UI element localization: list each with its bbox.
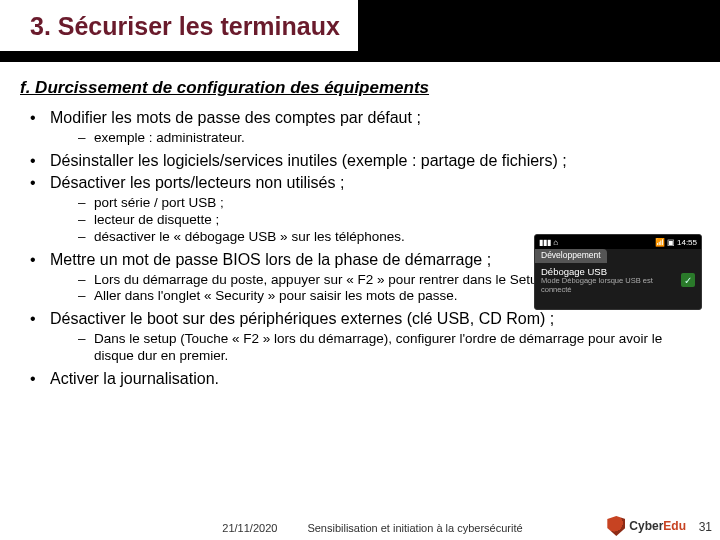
sub-item: Dans le setup (Touche « F2 » lors du dém…	[78, 331, 700, 365]
bullet-text: Désactiver le boot sur des périphériques…	[50, 310, 554, 327]
slide-title: 3. Sécuriser les terminaux	[30, 12, 340, 41]
phone-screenshot: ▮▮▮ ⌂ 📶 ▣ 14:55 Développement Débogage U…	[534, 234, 702, 310]
sub-list: Dans le setup (Touche « F2 » lors du dém…	[50, 331, 700, 365]
phone-setting-sub: Mode Débogage lorsque USB est connecté	[541, 277, 681, 294]
bullet-text: Modifier les mots de passe des comptes p…	[50, 109, 421, 126]
sub-list: exemple : administrateur.	[50, 130, 700, 147]
footer-date: 21/11/2020	[197, 522, 277, 534]
bullet-item: Désinstaller les logiciels/services inut…	[28, 151, 700, 171]
shield-icon	[607, 516, 625, 536]
title-box: 3. Sécuriser les terminaux	[0, 0, 358, 51]
checkbox-icon: ✓	[681, 273, 695, 287]
bullet-text: Désactiver les ports/lecteurs non utilis…	[50, 174, 344, 191]
cyberedu-logo: CyberEdu	[607, 516, 686, 536]
page-number: 31	[699, 520, 712, 534]
footer-caption: Sensibilisation et initiation à la cyber…	[307, 522, 522, 534]
phone-setting-row: Débogage USB Mode Débogage lorsque USB e…	[535, 263, 701, 294]
sub-item: port série / port USB ;	[78, 195, 700, 212]
sub-item: lecteur de disquette ;	[78, 212, 700, 229]
bullet-item: Désactiver le boot sur des périphériques…	[28, 309, 700, 365]
bullet-text: Mettre un mot de passe BIOS lors de la p…	[50, 251, 491, 268]
status-right-icons: 📶 ▣ 14:55	[655, 238, 697, 247]
bullet-item: Modifier les mots de passe des comptes p…	[28, 108, 700, 147]
section-subhead: f. Durcissement de configuration des équ…	[20, 78, 700, 98]
slide-body: f. Durcissement de configuration des équ…	[0, 62, 720, 389]
phone-status-bar: ▮▮▮ ⌂ 📶 ▣ 14:55	[535, 235, 701, 249]
phone-tab: Développement	[535, 249, 607, 263]
bullet-item: Activer la journalisation.	[28, 369, 700, 389]
title-bar: 3. Sécuriser les terminaux	[0, 0, 720, 62]
sub-item: exemple : administrateur.	[78, 130, 700, 147]
phone-tab-row: Développement	[535, 249, 701, 263]
status-left-icons: ▮▮▮ ⌂	[539, 238, 558, 247]
logo-text-cyber: Cyber	[629, 519, 663, 533]
logo-text-edu: Edu	[663, 519, 686, 533]
